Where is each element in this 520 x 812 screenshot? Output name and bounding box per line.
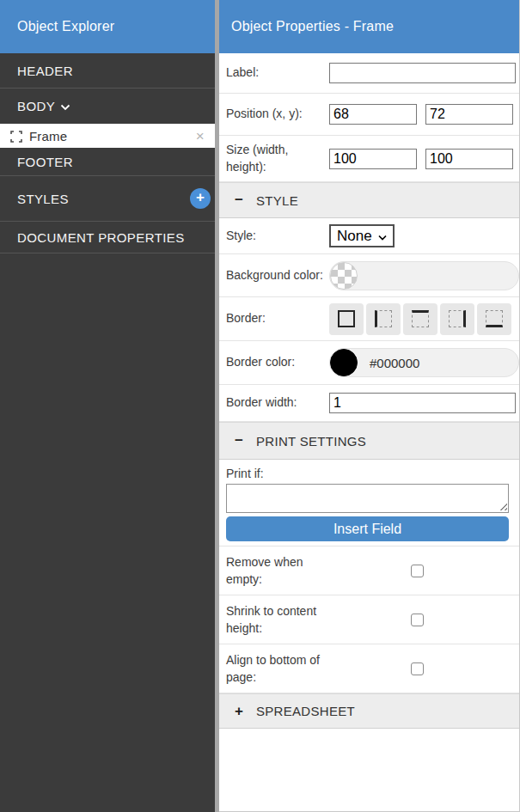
chevron-down-icon xyxy=(378,235,387,241)
style-field-row: Style: None xyxy=(219,218,519,254)
size-field-row: Size (width, height): xyxy=(219,136,519,182)
style-section-label: STYLE xyxy=(256,193,298,208)
position-y-input[interactable] xyxy=(425,104,513,125)
border-bottom-icon xyxy=(486,310,503,327)
border-color-value: #000000 xyxy=(370,356,419,370)
insert-field-button[interactable]: Insert Field xyxy=(226,516,509,541)
print-if-label: Print if: xyxy=(226,467,509,480)
print-settings-section-label: PRINT SETTINGS xyxy=(256,434,366,449)
sidebar-item-label: HEADER xyxy=(17,64,73,78)
style-select-value: None xyxy=(337,228,372,245)
border-top-button[interactable] xyxy=(403,303,437,335)
style-select[interactable]: None xyxy=(329,224,395,247)
shrink-to-content-label: Shrink to content height: xyxy=(226,602,329,638)
position-field-row: Position (x, y): xyxy=(219,94,519,136)
style-section-header[interactable]: − STYLE xyxy=(219,182,519,218)
border-color-picker[interactable]: #000000 xyxy=(329,348,519,377)
background-color-picker[interactable] xyxy=(329,261,519,290)
sidebar-item-label: FOOTER xyxy=(17,155,73,169)
align-to-bottom-label: Align to bottom of page: xyxy=(226,651,329,687)
app-window: Object Explorer HEADER BODY Frame × xyxy=(0,0,520,812)
object-tree: HEADER BODY Frame × FOOTER xyxy=(0,53,215,253)
border-width-input[interactable] xyxy=(329,393,516,413)
border-field-label: Border: xyxy=(226,310,329,327)
sidebar-item-label: Frame xyxy=(29,129,67,143)
black-color-swatch xyxy=(330,349,358,376)
size-inputs xyxy=(329,149,513,169)
plus-icon: + xyxy=(196,189,205,206)
sidebar-item-body[interactable]: BODY xyxy=(0,89,215,124)
chevron-down-icon xyxy=(60,104,70,111)
size-width-input[interactable] xyxy=(329,149,417,169)
close-icon[interactable]: × xyxy=(196,129,205,143)
sidebar-item-footer[interactable]: FOOTER xyxy=(0,148,215,176)
border-buttons xyxy=(329,303,511,335)
border-right-button[interactable] xyxy=(440,303,474,335)
background-color-label: Background color: xyxy=(226,267,329,284)
border-style-row: Border: xyxy=(219,297,519,341)
expand-icon: + xyxy=(233,703,245,720)
border-left-icon xyxy=(375,310,392,327)
border-color-label: Border color: xyxy=(226,354,329,371)
remove-when-empty-checkbox[interactable] xyxy=(411,565,424,577)
border-bottom-button[interactable] xyxy=(477,303,511,335)
label-field-label: Label: xyxy=(226,64,329,82)
border-width-row: Border width: xyxy=(219,385,519,422)
sidebar-item-label: STYLES xyxy=(17,192,69,206)
sidebar-item-styles[interactable]: STYLES + xyxy=(0,176,215,222)
transparent-color-swatch xyxy=(330,262,358,290)
sidebar-item-document-properties[interactable]: DOCUMENT PROPERTIES xyxy=(0,222,215,253)
print-settings-section-header[interactable]: − PRINT SETTINGS xyxy=(219,422,519,460)
border-right-icon xyxy=(449,310,466,327)
sidebar-item-frame-selected[interactable]: Frame × xyxy=(0,124,215,148)
shrink-to-content-checkbox[interactable] xyxy=(411,614,424,626)
position-x-input[interactable] xyxy=(329,104,417,125)
spreadsheet-section-header[interactable]: + SPREADSHEET xyxy=(219,693,519,729)
print-if-textarea-wrap xyxy=(226,484,509,513)
label-input[interactable] xyxy=(329,63,516,83)
object-properties-title: Object Properties - Frame xyxy=(219,0,519,53)
collapse-icon: − xyxy=(233,192,245,209)
print-if-textarea[interactable] xyxy=(226,484,509,513)
add-style-button[interactable]: + xyxy=(190,188,211,209)
object-explorer-panel: Object Explorer HEADER BODY Frame × xyxy=(0,0,215,812)
object-explorer-title: Object Explorer xyxy=(0,0,215,53)
size-height-input[interactable] xyxy=(425,149,513,169)
border-left-button[interactable] xyxy=(366,303,401,335)
shrink-to-content-row: Shrink to content height: xyxy=(219,595,519,644)
object-explorer-title-text: Object Explorer xyxy=(17,19,114,34)
style-field-label: Style: xyxy=(226,228,329,245)
background-color-row: Background color: xyxy=(219,254,519,297)
position-field-label: Position (x, y): xyxy=(226,106,329,123)
sidebar-item-header[interactable]: HEADER xyxy=(0,53,215,89)
empty-area xyxy=(219,729,519,811)
sidebar-item-label: BODY xyxy=(17,99,55,113)
border-all-button[interactable] xyxy=(329,303,364,335)
object-properties-title-text: Object Properties - Frame xyxy=(231,19,394,34)
sidebar-item-label: DOCUMENT PROPERTIES xyxy=(17,230,185,245)
frame-icon xyxy=(10,131,22,143)
border-all-icon xyxy=(338,310,355,327)
border-color-row: Border color: #000000 xyxy=(219,341,519,385)
remove-when-empty-row: Remove when empty: xyxy=(219,546,519,595)
size-field-label: Size (width, height): xyxy=(226,142,329,175)
border-top-icon xyxy=(412,310,429,327)
print-if-row: Print if: Insert Field xyxy=(219,460,519,546)
border-width-label: Border width: xyxy=(226,394,329,412)
collapse-icon: − xyxy=(233,432,245,449)
object-properties-panel: Object Properties - Frame Label: Positio… xyxy=(219,0,520,812)
remove-when-empty-label: Remove when empty: xyxy=(226,553,329,589)
spreadsheet-section-label: SPREADSHEET xyxy=(256,704,355,718)
align-to-bottom-row: Align to bottom of page: xyxy=(219,644,519,693)
align-to-bottom-checkbox[interactable] xyxy=(411,662,424,675)
position-inputs xyxy=(329,104,513,125)
label-field-row: Label: xyxy=(219,53,519,94)
